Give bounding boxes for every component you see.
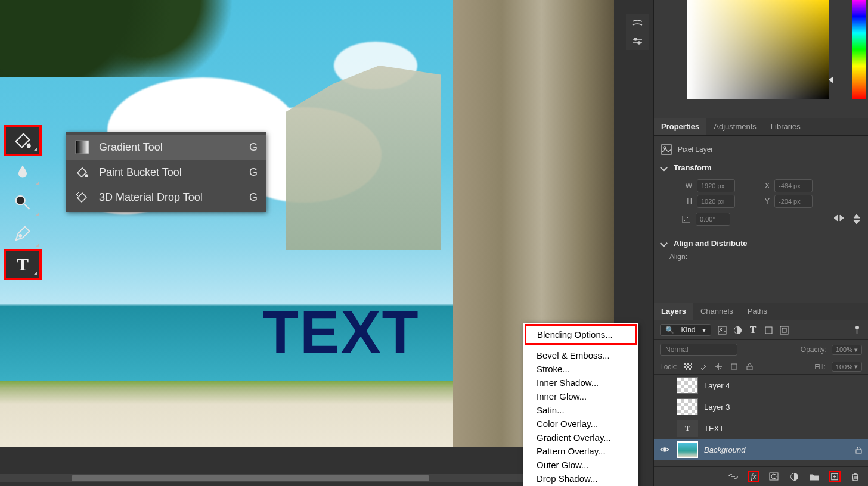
flyout-item-3d-material[interactable]: 3D Material Drop Tool G — [66, 185, 266, 210]
svg-rect-16 — [782, 328, 786, 332]
canvas-artwork[interactable]: TEXT — [0, 0, 614, 447]
fx-item-inner-glow[interactable]: Inner Glow... — [523, 390, 638, 403]
layers-tabs: Layers Channels Paths — [654, 303, 868, 320]
layer-filter-dropdown[interactable]: 🔍 Kind ▾ — [660, 324, 711, 336]
fx-item-inner-shadow[interactable]: Inner Shadow... — [523, 376, 638, 390]
material-drop-icon — [74, 189, 91, 205]
lock-artboard-button[interactable] — [730, 362, 739, 372]
fx-item-outer-glow[interactable]: Outer Glow... — [523, 458, 638, 472]
filter-type-icon[interactable]: T — [748, 325, 758, 335]
angle-input[interactable]: 0.00° — [696, 213, 730, 226]
layer-thumbnail[interactable] — [677, 398, 698, 415]
svg-rect-15 — [780, 326, 788, 334]
align-section-header[interactable]: Align and Distribute — [661, 234, 861, 253]
layer-name-label[interactable]: Background — [704, 446, 745, 454]
svg-point-0 — [16, 196, 25, 205]
horizontal-scrollbar-thumb[interactable] — [72, 475, 429, 481]
pen-tool-button[interactable] — [4, 218, 42, 249]
add-adjustment-button[interactable] — [788, 471, 800, 482]
fx-item-stroke[interactable]: Stroke... — [523, 362, 638, 376]
fx-item-bevel[interactable]: Bevel & Emboss... — [523, 348, 638, 362]
tab-adjustments[interactable]: Adjustments — [706, 118, 764, 135]
angle-icon — [681, 214, 691, 224]
tab-paths[interactable]: Paths — [740, 303, 774, 320]
gradient-tool-button[interactable] — [4, 125, 42, 156]
fx-item-drop-shadow[interactable]: Drop Shadow... — [523, 472, 638, 485]
layer-name-label[interactable]: Layer 4 — [704, 381, 730, 390]
add-layer-style-button[interactable]: fx — [748, 471, 760, 482]
lock-position-button[interactable] — [714, 362, 724, 372]
svg-point-27 — [771, 474, 776, 479]
delete-layer-button[interactable] — [849, 471, 861, 482]
svg-point-10 — [664, 147, 666, 149]
visibility-toggle[interactable] — [660, 446, 671, 453]
filter-pixel-icon[interactable] — [717, 325, 727, 335]
fx-item-gradient-overlay[interactable]: Gradient Overlay... — [523, 431, 638, 444]
flyout-item-paint-bucket[interactable]: Paint Bucket Tool G — [66, 160, 266, 185]
filter-smart-icon[interactable] — [779, 325, 789, 335]
flyout-indicator-icon — [36, 181, 39, 185]
flyout-shortcut: G — [249, 166, 258, 179]
hue-slider[interactable] — [852, 0, 866, 99]
width-input[interactable]: 1920 px — [697, 179, 735, 192]
fill-input[interactable]: 100%▾ — [832, 362, 862, 372]
tab-layers[interactable]: Layers — [654, 303, 693, 320]
flyout-indicator-icon — [33, 148, 37, 151]
opacity-input[interactable]: 100%▾ — [832, 345, 862, 355]
x-input[interactable]: -464 px — [774, 179, 813, 192]
gradient-swatch-icon — [74, 139, 91, 155]
layer-row-background[interactable]: Background — [654, 439, 868, 460]
fx-item-satin[interactable]: Satin... — [523, 403, 638, 417]
align-row-label: Align: — [661, 253, 861, 261]
tab-properties[interactable]: Properties — [654, 118, 706, 135]
paint-bucket-icon — [11, 129, 35, 152]
filter-toggle-switch[interactable] — [852, 325, 862, 335]
flip-vertical-button[interactable] — [852, 214, 861, 225]
droplet-icon — [11, 160, 35, 183]
flyout-shortcut: G — [249, 191, 258, 204]
add-group-button[interactable] — [808, 471, 820, 482]
pen-icon — [11, 222, 35, 245]
blur-tool-button[interactable] — [4, 156, 42, 187]
svg-point-18 — [855, 326, 859, 329]
flip-horizontal-button[interactable] — [833, 214, 844, 225]
fx-item-pattern-overlay[interactable]: Pattern Overlay... — [523, 444, 638, 458]
layer-row[interactable]: Layer 3 — [654, 396, 868, 418]
collapsed-panel-strip[interactable] — [626, 14, 649, 50]
filter-shape-icon[interactable] — [764, 325, 773, 335]
lock-pixels-button[interactable] — [699, 362, 708, 372]
fx-item-blending-options[interactable]: Blending Options... — [525, 324, 637, 345]
flyout-item-label: Gradient Tool — [99, 141, 163, 154]
layer-row[interactable]: Layer 4 — [654, 375, 868, 396]
add-layer-button[interactable] — [829, 471, 841, 482]
filter-adjustment-icon[interactable] — [733, 325, 742, 335]
lock-transparency-button[interactable] — [683, 362, 693, 372]
dodge-tool-button[interactable] — [4, 187, 42, 218]
fx-item-color-overlay[interactable]: Color Overlay... — [523, 417, 638, 431]
color-picker-field[interactable] — [687, 0, 829, 99]
height-input[interactable]: 1020 px — [697, 195, 735, 208]
type-tool-button[interactable]: T — [4, 249, 42, 280]
adjustments-panel-icon[interactable] — [631, 37, 643, 45]
layer-thumbnail[interactable] — [677, 377, 698, 394]
svg-rect-19 — [684, 363, 692, 370]
svg-rect-11 — [718, 326, 726, 334]
tab-libraries[interactable]: Libraries — [764, 118, 808, 135]
brushes-panel-icon[interactable] — [631, 19, 643, 27]
canvas-text-layer[interactable]: TEXT — [262, 298, 420, 366]
flyout-item-gradient[interactable]: Gradient Tool G — [66, 135, 266, 160]
lock-all-button[interactable] — [745, 362, 755, 372]
y-input[interactable]: -204 px — [774, 195, 813, 208]
tab-channels[interactable]: Channels — [693, 303, 740, 320]
blend-mode-dropdown[interactable]: Normal — [660, 344, 737, 356]
link-layers-button[interactable] — [727, 471, 739, 482]
flyout-indicator-icon — [36, 212, 39, 216]
layer-name-label[interactable]: TEXT — [704, 424, 724, 433]
layer-thumbnail[interactable] — [677, 441, 698, 458]
add-mask-button[interactable] — [768, 471, 780, 482]
layer-name-label[interactable]: Layer 3 — [704, 403, 730, 412]
layer-row[interactable]: T TEXT — [654, 418, 868, 439]
layer-thumbnail[interactable]: T — [677, 420, 698, 437]
svg-point-2 — [19, 235, 21, 237]
transform-section-header[interactable]: Transform — [661, 158, 861, 177]
